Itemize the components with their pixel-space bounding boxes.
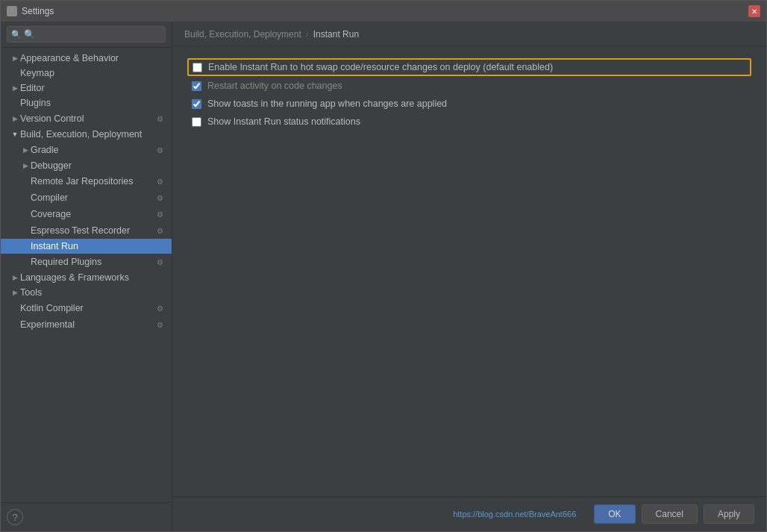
sidebar-item-kotlin[interactable]: Kotlin Compiler ⚙: [1, 300, 172, 316]
settings-window: Settings ✕ 🔍 ▶ Appearance & Behavior: [0, 0, 767, 532]
arrow-icon: ▶: [10, 54, 20, 62]
option-show-toasts: Show toasts in the running app when chan…: [187, 96, 751, 112]
option-restart-activity: Restart activity on code changes: [187, 78, 751, 94]
title-bar: Settings ✕: [1, 1, 766, 22]
arrow-icon: ▶: [10, 84, 20, 92]
cancel-button[interactable]: Cancel: [642, 504, 698, 524]
settings-icon: ⚙: [154, 175, 166, 187]
option-show-notifications: Show Instant Run status notifications: [187, 113, 751, 130]
settings-icon: ⚙: [154, 256, 166, 268]
sidebar-item-gradle[interactable]: ▶ Gradle ⚙: [1, 142, 172, 158]
arrow-icon: ▶: [10, 289, 20, 296]
sidebar-item-appearance[interactable]: ▶ Appearance & Behavior: [1, 51, 172, 66]
app-icon: [7, 6, 17, 16]
sidebar-item-label: Plugins: [20, 98, 166, 108]
sidebar-item-label: Kotlin Compiler: [20, 303, 154, 313]
sidebar-bottom: ?: [1, 502, 172, 531]
apply-button[interactable]: Apply: [704, 504, 754, 524]
sidebar-item-remote-jar[interactable]: Remote Jar Repositories ⚙: [1, 173, 172, 190]
sidebar-item-experimental[interactable]: Experimental ⚙: [1, 316, 172, 333]
settings-content: Enable Instant Run to hot swap code/reso…: [172, 46, 766, 496]
arrow-icon: ▶: [10, 115, 20, 122]
settings-icon: ⚙: [154, 192, 166, 204]
sidebar-item-label: Coverage: [31, 209, 154, 219]
sidebar-item-label: Version Control: [20, 113, 154, 124]
sidebar-item-label: Required Plugins: [31, 257, 154, 267]
search-input[interactable]: [7, 26, 166, 43]
breadcrumb-current: Instant Run: [313, 29, 359, 40]
sidebar-item-plugins[interactable]: Plugins: [1, 96, 172, 110]
show-notifications-label: Show Instant Run status notifications: [207, 116, 360, 127]
show-toasts-label: Show toasts in the running app when chan…: [207, 98, 447, 109]
breadcrumb-separator: ›: [306, 29, 309, 40]
sidebar-item-label: Keymap: [20, 68, 166, 78]
sidebar-item-required-plugins[interactable]: Required Plugins ⚙: [1, 254, 172, 270]
restart-activity-checkbox[interactable]: [192, 81, 201, 91]
breadcrumb-parent: Build, Execution, Deployment: [184, 29, 301, 40]
footer: https://blog.csdn.net/BraveAnt666 OK Can…: [172, 496, 766, 531]
main-content: 🔍 ▶ Appearance & Behavior Keymap ▶: [1, 22, 766, 531]
sidebar-item-label: Editor: [20, 83, 166, 93]
sidebar-item-label: Remote Jar Repositories: [31, 176, 154, 187]
sidebar-item-languages[interactable]: ▶ Languages & Frameworks: [1, 270, 172, 285]
sidebar-item-instant-run[interactable]: Instant Run: [1, 239, 172, 254]
arrow-icon: ▶: [20, 146, 31, 154]
sidebar-item-coverage[interactable]: Coverage ⚙: [1, 206, 172, 222]
sidebar-item-label: Languages & Frameworks: [20, 272, 166, 283]
restart-activity-label: Restart activity on code changes: [207, 81, 342, 91]
sidebar-item-label: Gradle: [31, 145, 154, 155]
settings-icon: ⚙: [154, 113, 166, 125]
sidebar-item-label: Build, Execution, Deployment: [20, 129, 166, 140]
settings-icon: ⚙: [154, 302, 166, 314]
settings-icon: ⚙: [154, 319, 166, 331]
arrow-icon: ▶: [10, 274, 20, 281]
footer-url: https://blog.csdn.net/BraveAnt666: [184, 510, 588, 519]
sidebar-item-label: Compiler: [31, 193, 154, 203]
sidebar-item-compiler[interactable]: Compiler ⚙: [1, 190, 172, 206]
option-enable-instant-run: Enable Instant Run to hot swap code/reso…: [187, 58, 751, 76]
sidebar-item-label: Tools: [20, 287, 166, 298]
sidebar-item-build[interactable]: ▼ Build, Execution, Deployment: [1, 127, 172, 142]
enable-instant-run-checkbox[interactable]: [192, 63, 202, 72]
sidebar-tree: ▶ Appearance & Behavior Keymap ▶ Editor …: [1, 48, 172, 502]
close-button[interactable]: ✕: [748, 5, 760, 17]
show-toasts-checkbox[interactable]: [192, 99, 201, 109]
sidebar-item-label: Experimental: [20, 319, 154, 330]
sidebar-item-debugger[interactable]: ▶ Debugger: [1, 158, 172, 173]
enable-instant-run-label: Enable Instant Run to hot swap code/reso…: [208, 62, 553, 72]
settings-icon: ⚙: [154, 208, 166, 220]
sidebar-item-espresso[interactable]: Espresso Test Recorder ⚙: [1, 222, 172, 239]
show-notifications-checkbox[interactable]: [192, 117, 201, 127]
settings-icon: ⚙: [154, 225, 166, 237]
window-title: Settings: [22, 6, 54, 16]
sidebar-item-label: Espresso Test Recorder: [31, 225, 154, 236]
sidebar: 🔍 ▶ Appearance & Behavior Keymap ▶: [1, 22, 172, 531]
sidebar-item-label: Instant Run: [31, 241, 166, 251]
arrow-icon: ▼: [10, 131, 20, 138]
search-wrapper: 🔍: [7, 26, 166, 43]
search-icon: 🔍: [11, 30, 22, 40]
settings-icon: ⚙: [154, 144, 166, 156]
sidebar-item-editor[interactable]: ▶ Editor: [1, 81, 172, 96]
title-bar-left: Settings: [7, 6, 54, 16]
search-box: 🔍: [1, 22, 172, 48]
arrow-icon: ▶: [20, 162, 31, 169]
sidebar-item-tools[interactable]: ▶ Tools: [1, 285, 172, 300]
breadcrumb: Build, Execution, Deployment › Instant R…: [172, 22, 766, 46]
sidebar-item-label: Debugger: [31, 160, 166, 171]
ok-button[interactable]: OK: [594, 504, 635, 524]
sidebar-item-version-control[interactable]: ▶ Version Control ⚙: [1, 110, 172, 127]
sidebar-item-keymap[interactable]: Keymap: [1, 66, 172, 81]
sidebar-item-label: Appearance & Behavior: [20, 53, 166, 63]
main-panel: Build, Execution, Deployment › Instant R…: [172, 22, 766, 531]
help-button[interactable]: ?: [7, 509, 23, 525]
